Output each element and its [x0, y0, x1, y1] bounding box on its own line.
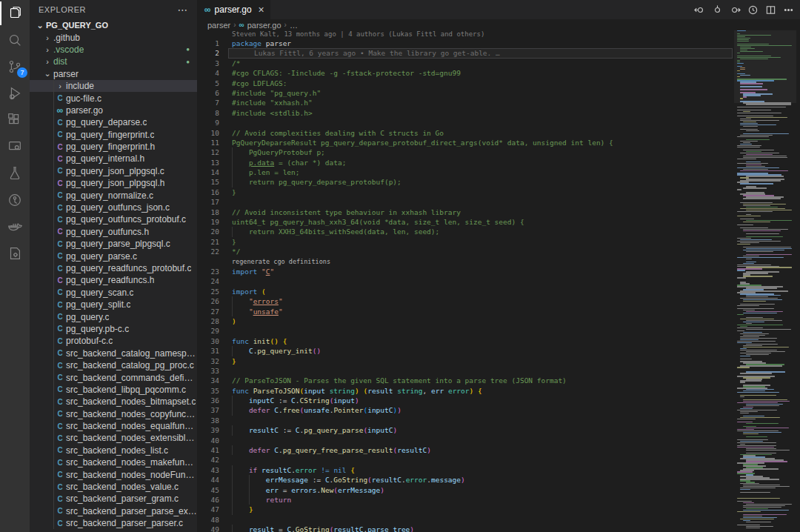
sidebar-item-src_backend_commands_define.c[interactable]: Csrc_backend_commands_define.c — [30, 371, 197, 383]
sidebar-item-pg_query_fingerprint.h[interactable]: Cpg_query_fingerprint.h — [30, 141, 197, 153]
sidebar-item-src_backend_parser_parser.c[interactable]: Csrc_backend_parser_parser.c — [30, 517, 197, 529]
minimap-slider[interactable] — [734, 30, 796, 103]
code-line[interactable]: 45err = errors.New(errMessage) — [197, 485, 736, 495]
sidebar-item-src_backend_nodes_value.c[interactable]: Csrc_backend_nodes_value.c — [30, 481, 197, 493]
code-content[interactable]: Steven Kalt, 13 months ago | 4 authors (… — [197, 30, 736, 532]
code-line[interactable]: 28) — [197, 316, 736, 326]
code-line[interactable]: 24 — [197, 276, 736, 286]
sidebar-item-src_backend_nodes_nodeFuncs.c[interactable]: Csrc_backend_nodes_nodeFuncs.c — [30, 468, 197, 480]
sidebar-item-pg_query_readfuncs.h[interactable]: Cpg_query_readfuncs.h — [30, 274, 197, 286]
source-control-icon[interactable]: 7 — [0, 53, 30, 80]
sidebar-item-pg_query_fingerprint.c[interactable]: Cpg_query_fingerprint.c — [30, 129, 197, 141]
sidebar-item-pg_query.c[interactable]: Cpg_query.c — [30, 310, 197, 322]
sidebar-item-pg_query_split.c[interactable]: Cpg_query_split.c — [30, 299, 197, 310]
sidebar-item-pg_query.pb-c.c[interactable]: Cpg_query.pb-c.c — [30, 323, 197, 335]
prev-change-icon[interactable] — [712, 4, 723, 16]
sidebar-item-pg_query_parse.c[interactable]: Cpg_query_parse.c — [30, 250, 197, 262]
code-line[interactable]: 3/* — [197, 59, 736, 68]
sidebar-item-parser.go[interactable]: ∞parser.go — [30, 104, 197, 116]
code-line[interactable]: 22*/ — [197, 247, 736, 256]
code-line[interactable]: 34// ParseToJSON - Parses the given SQL … — [197, 376, 736, 385]
testing-icon[interactable] — [0, 160, 30, 187]
code-line[interactable]: 9 — [197, 118, 736, 127]
sidebar-item-include[interactable]: ›include — [30, 80, 197, 92]
sidebar-item-src_backend_catalog_pg_proc.c[interactable]: Csrc_backend_catalog_pg_proc.c — [30, 359, 197, 371]
code-line[interactable]: 7#include "xxhash.h" — [197, 98, 736, 107]
code-line[interactable]: 42 — [197, 455, 736, 465]
sidebar-item-pg_query_parse_plpgsql.c[interactable]: Cpg_query_parse_plpgsql.c — [30, 238, 197, 250]
code-line[interactable]: 32} — [197, 356, 736, 366]
code-line[interactable]: 29 — [197, 326, 736, 336]
code-line[interactable]: 31C.pg_query_init() — [197, 346, 736, 356]
sidebar-item-pg_query_scan.c[interactable]: Cpg_query_scan.c — [30, 287, 197, 299]
sidebar-item-src_backend_libpq_pqcomm.c[interactable]: Csrc_backend_libpq_pqcomm.c — [30, 384, 197, 396]
file-history-icon[interactable] — [747, 4, 759, 16]
search-icon[interactable] — [0, 27, 30, 53]
code-line[interactable]: 14p.len = len; — [197, 167, 736, 177]
code-line[interactable]: 27"unsafe" — [197, 307, 736, 316]
sidebar-item-pg_query_json_plpgsql.c[interactable]: Cpg_query_json_plpgsql.c — [30, 165, 197, 177]
breadcrumb-item[interactable]: parser — [207, 21, 230, 30]
remote-explorer-icon[interactable] — [0, 133, 30, 160]
minimap[interactable] — [736, 30, 795, 532]
sidebar-item-src_backend_nodes_copyfuncs.c[interactable]: Csrc_backend_nodes_copyfuncs.c — [30, 408, 197, 420]
open-changes-icon[interactable] — [694, 4, 705, 16]
sidebar-item-pg_query_readfuncs_protobuf.c[interactable]: Cpg_query_readfuncs_protobuf.c — [30, 262, 197, 274]
sidebar-item-protobuf-c.c[interactable]: Cprotobuf-c.c — [30, 335, 197, 347]
code-line[interactable]: 13p.data = (char *) data; — [197, 158, 736, 167]
code-line[interactable]: 25import ( — [197, 287, 736, 296]
token[interactable]: p.data — [249, 158, 274, 167]
sidebar-item-pg_query_outfuncs.h[interactable]: Cpg_query_outfuncs.h — [30, 226, 197, 238]
code-line[interactable]: 35func ParseToJSON(input string) (result… — [197, 386, 736, 396]
sidebar-item-src_backend_catalog_namespace.c[interactable]: Csrc_backend_catalog_namespace.c — [30, 348, 197, 359]
sidebar-item-pg_query_normalize.c[interactable]: Cpg_query_normalize.c — [30, 189, 197, 201]
codelens-action[interactable]: regenerate cgo definitions — [197, 257, 736, 267]
code-line[interactable]: 26"errors" — [197, 296, 736, 306]
sidebar-item-pg_query_internal.h[interactable]: Cpg_query_internal.h — [30, 153, 197, 164]
code-line[interactable]: 10// Avoid complexities dealing with C s… — [197, 128, 736, 138]
run-debug-icon[interactable] — [0, 80, 30, 107]
code-line[interactable]: 16} — [197, 187, 736, 197]
code-line[interactable]: 18// Avoid inconsistent type behaviour i… — [197, 207, 736, 217]
sidebar-item-guc-file.c[interactable]: Cguc-file.c — [30, 92, 197, 104]
sidebar-item-src_backend_parser_parse_expr.c[interactable]: Csrc_backend_parser_parse_expr.c — [30, 505, 197, 517]
code-line[interactable]: 12PgQueryProtobuf p; — [197, 147, 736, 157]
code-line[interactable]: 2Lukas Fittl, 6 years ago • Make the lib… — [197, 48, 736, 58]
code-line[interactable]: 44errMessage := C.GoString(resultC.error… — [197, 475, 736, 485]
sidebar-item-src_backend_nodes_list.c[interactable]: Csrc_backend_nodes_list.c — [30, 445, 197, 456]
sidebar-item-github[interactable]: ›.github — [30, 31, 197, 43]
sidebar-item-dist[interactable]: ›dist● — [30, 56, 197, 67]
more-actions-icon[interactable] — [783, 4, 794, 16]
token[interactable]: unsafe — [253, 307, 279, 316]
code-line[interactable]: 38 — [197, 416, 736, 425]
gitlens-icon[interactable] — [0, 187, 30, 213]
explorer-icon[interactable] — [0, 0, 30, 27]
code-editor[interactable]: Steven Kalt, 13 months ago | 4 authors (… — [197, 30, 800, 532]
code-line[interactable]: 43if resultC.error != nil { — [197, 465, 736, 475]
docker-icon[interactable] — [0, 213, 30, 240]
sidebar-item-pg_query_outfuncs_json.c[interactable]: Cpg_query_outfuncs_json.c — [30, 202, 197, 213]
code-line[interactable]: 39resultC := C.pg_query_parse(inputC) — [197, 425, 736, 435]
code-line[interactable]: 6#include "pg_query.h" — [197, 88, 736, 98]
sidebar-item-src_backend_nodes_equalfuncs.c[interactable]: Csrc_backend_nodes_equalfuncs.c — [30, 420, 197, 432]
code-line[interactable]: 19uint64_t pg_query_hash_xxh3_64(void *d… — [197, 217, 736, 227]
close-tab-icon[interactable]: × — [259, 4, 264, 16]
resource-monitor-icon[interactable] — [0, 240, 30, 267]
code-line[interactable]: 30func init() { — [197, 336, 736, 346]
split-editor-icon[interactable] — [765, 4, 776, 16]
code-line[interactable]: 4#cgo CFLAGS: -Iinclude -g -fstack-prote… — [197, 68, 736, 78]
breadcrumb-item[interactable]: parser.go — [247, 21, 281, 30]
token[interactable]: errors — [253, 296, 279, 306]
code-line[interactable]: 47} — [197, 505, 736, 514]
sidebar-item-vscode[interactable]: ›.vscode● — [30, 44, 197, 56]
sidebar-item-pg_query_json_plpgsql.h[interactable]: Cpg_query_json_plpgsql.h — [30, 177, 197, 189]
tab-parser-go[interactable]: ∞ parser.go × — [197, 0, 270, 19]
code-line[interactable]: 36inputC := C.CString(input) — [197, 396, 736, 405]
code-line[interactable]: 21} — [197, 237, 736, 247]
sidebar-item-pg_query_outfuncs_protobuf.c[interactable]: Cpg_query_outfuncs_protobuf.c — [30, 213, 197, 225]
code-line[interactable]: 33 — [197, 366, 736, 376]
explorer-more-actions-icon[interactable]: ⋯ — [178, 4, 189, 16]
code-line[interactable]: 5#cgo LDFLAGS: — [197, 79, 736, 88]
code-line[interactable]: 8#include <stdlib.h> — [197, 108, 736, 118]
tree-root-folder[interactable]: ⌄PG_QUERY_GO — [30, 19, 197, 31]
